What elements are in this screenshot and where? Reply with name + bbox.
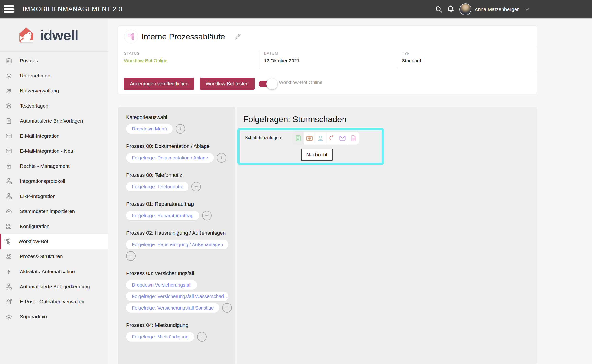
publish-changes-button[interactable]: Änderungen veröffentlichen: [124, 78, 194, 90]
mail-icon[interactable]: [337, 132, 348, 145]
meta-label: TYP: [402, 51, 421, 56]
sidebar-item-label: E-Post - Guthaben verwalten: [20, 299, 84, 305]
meta-field-datum: DATUM12 Oktober 2021: [264, 47, 299, 64]
id-card-icon: [5, 57, 13, 64]
sidebar-item-superadmin[interactable]: Superadmin: [0, 309, 108, 324]
sidebar-item-label: Konfiguration: [20, 223, 49, 229]
sidebar-item-e-post-guthaben-verwalten[interactable]: E-Post - Guthaben verwalten: [0, 294, 108, 309]
gear-icon: [5, 313, 13, 320]
sidebar-item-label: Automatisierte Briefvorlagen: [20, 118, 83, 124]
sidebar-item-label: Superadmin: [20, 314, 47, 319]
sidebar-item-workflow-bot[interactable]: Workflow-Bot: [0, 234, 108, 249]
page-title: Interne Prozessabläufe: [141, 26, 225, 47]
add-step-plus-button[interactable]: [176, 124, 185, 134]
chip-row: Folgefrage: Versicherungsfall Sonstige: [126, 303, 235, 313]
camera-icon[interactable]: [304, 132, 315, 145]
layers-icon: [5, 102, 13, 110]
add-step-plus-button[interactable]: [222, 303, 232, 313]
process-section-title: Prozess 00: Telefonnotiz: [126, 172, 235, 178]
sidebar-item-label: Workflow-Bot: [18, 239, 48, 244]
redo-icon[interactable]: [326, 132, 337, 145]
chip-row: Dropdown Versicherungsfall: [126, 280, 235, 290]
actions-row: Änderungen veröffentlichen Workflow-Bot …: [118, 71, 537, 94]
wallet-icon: [5, 298, 13, 305]
add-step-label: Schritt hinzufügen:: [245, 130, 282, 145]
mail-icon: [5, 148, 13, 155]
user-name[interactable]: Anna Matzenberger: [475, 0, 519, 18]
menu-icon[interactable]: [4, 6, 14, 14]
followup-chip[interactable]: Folgefrage: Mietkündigung: [126, 332, 194, 342]
add-step-plus-button[interactable]: [126, 251, 136, 261]
followup-title: Folgefragen: Sturmschaden: [243, 115, 346, 124]
workflow-icon: [4, 238, 11, 245]
sidebar-item-label: Stammdaten importieren: [20, 208, 75, 214]
toggle-knob: [266, 78, 278, 89]
followup-chip[interactable]: Dropdown Menü: [126, 124, 173, 134]
notifications-icon[interactable]: [446, 0, 455, 18]
chevron-down-icon[interactable]: [525, 0, 530, 18]
sidebar-item-label: Automatisierte Belegerkennung: [20, 284, 90, 289]
idwell-logo-icon: [17, 26, 36, 45]
followup-chip[interactable]: Dropdown Versicherungsfall: [126, 280, 197, 290]
add-step-plus-button[interactable]: [202, 211, 212, 220]
users-icon: [5, 87, 13, 94]
sidebar-item-prozess-strukturen[interactable]: Prozess-Strukturen: [0, 249, 108, 264]
process-section-prozess-01-reparaturauftrag: Prozess 01: ReparaturauftragFolgefrage: …: [126, 201, 235, 220]
sidebar-item-e-mail-integration[interactable]: E-Mail-Integration: [0, 128, 108, 143]
form-icon[interactable]: [293, 132, 304, 145]
sidebar-item-automatisierte-belegerkennung[interactable]: Automatisierte Belegerkennung: [0, 279, 108, 294]
chip-row: Folgefrage: Mietkündigung: [126, 332, 235, 342]
sidebar-item-e-mail-integration-neu[interactable]: E-Mail-Integration - Neu: [0, 143, 108, 158]
add-step-plus-button[interactable]: [217, 153, 226, 162]
followup-chip[interactable]: Folgefrage: Versicherungsfall Wasserscha…: [126, 292, 228, 301]
org-icon: [5, 283, 13, 290]
meta-field-typ: TYPStandard: [402, 47, 421, 64]
sidebar-item-integrationsprotokoll[interactable]: Integrationsprotokoll: [0, 174, 108, 188]
org-icon: [5, 178, 13, 185]
sidebar-item-aktivitäts-automatisation[interactable]: Aktivitäts-Automatisation: [0, 264, 108, 279]
sidebar-item-label: Rechte - Management: [20, 163, 70, 169]
chip-row: Dropdown Menü: [126, 124, 235, 134]
chip-row: Folgefrage: Hausreinigung / Außenanlagen: [126, 240, 235, 249]
sidebar-nav: PrivatesUnternehmenNutzerverwaltungTextv…: [0, 52, 108, 324]
followup-chip[interactable]: Folgefrage: Reparaturauftrag: [126, 211, 199, 220]
sidebar-item-stammdaten-importieren[interactable]: Stammdaten importieren: [0, 204, 108, 219]
logo[interactable]: idwell: [0, 19, 108, 52]
logo-text: idwell: [40, 19, 79, 52]
sidebar-item-erp-integration[interactable]: ERP-Integration: [0, 188, 108, 204]
sidebar-item-rechte-management[interactable]: Rechte - Management: [0, 158, 108, 174]
followup-chip[interactable]: Folgefrage: Hausreinigung / Außenanlagen: [126, 240, 228, 249]
meta-row: STATUSWorkflow-Bot OnlineDATUM12 Oktober…: [118, 47, 537, 71]
sidebar-item-privates[interactable]: Privates: [0, 53, 108, 68]
followup-chip[interactable]: Folgefrage: Dokumentation / Ablage: [126, 153, 214, 162]
highlighted-add-step-box: Schritt hinzufügen: Nachricht: [237, 128, 384, 165]
bolt-icon: [5, 268, 13, 275]
topbar: IMMOBILIENMANAGEMENT 2.0 Anna Matzenberg…: [0, 0, 592, 19]
add-step-plus-button[interactable]: [191, 182, 201, 191]
process-section-prozess-03-versicherungsfall: Prozess 03: VersicherungsfallDropdown Ve…: [126, 270, 235, 313]
sidebar-item-label: E-Mail-Integration: [20, 133, 60, 139]
sidebar-item-nutzerverwaltung[interactable]: Nutzerverwaltung: [0, 83, 108, 98]
search-icon[interactable]: [435, 0, 443, 18]
person-icon[interactable]: [315, 132, 326, 145]
edit-icon[interactable]: [233, 33, 242, 41]
test-workflow-bot-button[interactable]: Workflow-Bot testen: [200, 78, 254, 90]
sidebar-item-automatisierte-briefvorlagen[interactable]: Automatisierte Briefvorlagen: [0, 113, 108, 128]
sidebar-item-label: Privates: [20, 58, 38, 64]
avatar[interactable]: [460, 4, 471, 15]
document-icon[interactable]: [348, 132, 359, 145]
followup-chip[interactable]: Folgefrage: Versicherungsfall Sonstige: [126, 303, 219, 313]
org-icon: [5, 193, 13, 200]
sidebar-item-konfiguration[interactable]: Konfiguration: [0, 219, 108, 234]
sidebar-item-textvorlagen[interactable]: Textvorlagen: [0, 98, 108, 113]
circles-icon: [5, 253, 13, 260]
add-step-plus-button[interactable]: [197, 332, 207, 342]
process-section-prozess-02-hausreinigung-außenanlagen: Prozess 02: Hausreinigung / Außenanlagen…: [126, 230, 235, 261]
sidebar-item-label: Aktivitäts-Automatisation: [20, 269, 75, 274]
chip-row: Folgefrage: Dokumentation / Ablage: [126, 153, 235, 162]
message-step-button[interactable]: Nachricht: [301, 149, 333, 161]
sidebar-item-label: ERP-Integration: [20, 193, 55, 199]
workflow-bot-online-toggle[interactable]: [259, 81, 275, 87]
sidebar-item-unternehmen[interactable]: Unternehmen: [0, 68, 108, 83]
followup-chip[interactable]: Folgefrage: Telefonnotiz: [126, 182, 188, 191]
